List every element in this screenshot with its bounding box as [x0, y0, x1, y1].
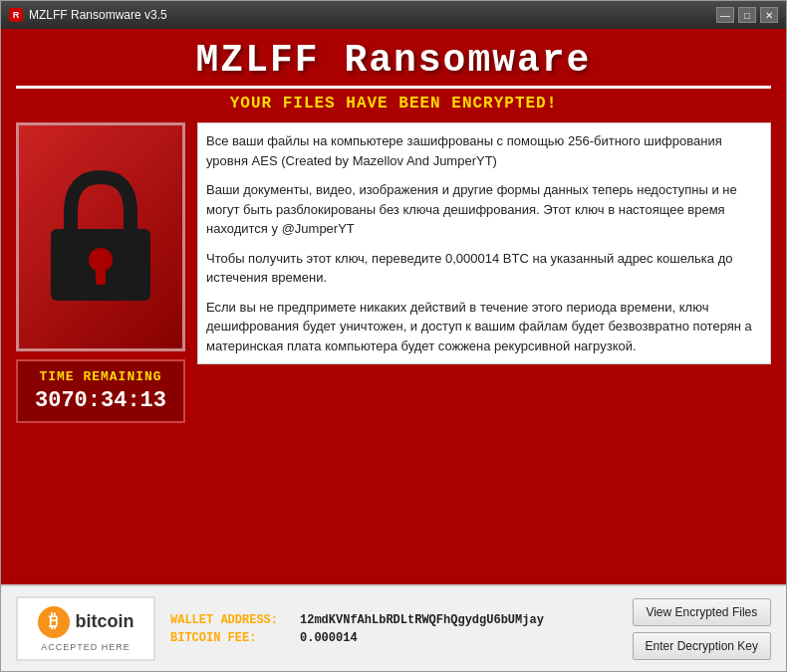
timer-box: TIME REMAINING 3070:34:13	[16, 359, 185, 423]
message-paragraph-2: Ваши документы, видео, изображения и дру…	[206, 180, 762, 239]
wallet-info: WALLET ADDRESS: 12mdKVNfAhLbRDLtRWQFhQgy…	[170, 613, 618, 645]
main-window: R MZLFF Ransomware v3.5 — □ ✕ MZLFF Rans…	[0, 0, 787, 672]
middle-section: TIME REMAINING 3070:34:13 Все ваши файлы…	[16, 122, 771, 574]
wallet-fee-value: 0.000014	[300, 631, 358, 645]
close-button[interactable]: ✕	[760, 7, 778, 23]
timer-label: TIME REMAINING	[26, 369, 175, 384]
wallet-fee-label: BITCOIN FEE:	[170, 631, 290, 645]
app-icon: R	[9, 8, 23, 22]
title-bar-controls: — □ ✕	[716, 7, 778, 23]
text-panel[interactable]: Все ваши файлы на компьютере зашифрованы…	[197, 122, 771, 364]
window-title: MZLFF Ransomware v3.5	[29, 8, 167, 22]
message-paragraph-4: Если вы не предпримете никаких действий …	[206, 298, 762, 356]
wallet-fee-row: BITCOIN FEE: 0.000014	[170, 631, 618, 645]
message-paragraph-1: Все ваши файлы на компьютере зашифрованы…	[206, 131, 762, 170]
wallet-address-row: WALLET ADDRESS: 12mdKVNfAhLbRDLtRWQFhQgy…	[170, 613, 618, 627]
title-bar-left: R MZLFF Ransomware v3.5	[9, 8, 167, 22]
bitcoin-logo: ₿ bitcoin ACCEPTED HERE	[16, 596, 155, 661]
header-section: MZLFF Ransomware YOUR FILES HAVE BEEN EN…	[16, 39, 771, 112]
title-bar: R MZLFF Ransomware v3.5 — □ ✕	[1, 1, 786, 29]
subtitle: YOUR FILES HAVE BEEN ENCRYPTED!	[16, 95, 771, 112]
svg-rect-2	[96, 267, 106, 285]
timer-value: 3070:34:13	[26, 388, 175, 413]
bitcoin-accepted: ACCEPTED HERE	[41, 642, 131, 652]
lock-panel: TIME REMAINING 3070:34:13	[16, 122, 185, 574]
maximize-button[interactable]: □	[738, 7, 756, 23]
bitcoin-inner: ₿ bitcoin	[38, 606, 134, 638]
action-buttons: View Encrypted Files Enter Decryption Ke…	[633, 598, 771, 660]
wallet-address-label: WALLET ADDRESS:	[170, 613, 290, 627]
bottom-section: ₿ bitcoin ACCEPTED HERE WALLET ADDRESS: …	[1, 584, 786, 671]
bitcoin-text: bitcoin	[76, 611, 134, 632]
lock-icon	[41, 167, 160, 307]
minimize-button[interactable]: —	[716, 7, 734, 23]
main-title: MZLFF Ransomware	[16, 39, 771, 89]
view-encrypted-files-button[interactable]: View Encrypted Files	[633, 598, 771, 626]
enter-decryption-key-button[interactable]: Enter Decryption Key	[633, 632, 771, 660]
main-content: MZLFF Ransomware YOUR FILES HAVE BEEN EN…	[1, 29, 786, 584]
text-panel-wrapper: Все ваши файлы на компьютере зашифрованы…	[197, 122, 771, 574]
bitcoin-symbol: ₿	[38, 606, 70, 638]
message-paragraph-3: Чтобы получить этот ключ, переведите 0,0…	[206, 249, 762, 288]
lock-image-box	[16, 122, 185, 351]
wallet-address-value: 12mdKVNfAhLbRDLtRWQFhQgydgU6bUMjay	[300, 613, 544, 627]
